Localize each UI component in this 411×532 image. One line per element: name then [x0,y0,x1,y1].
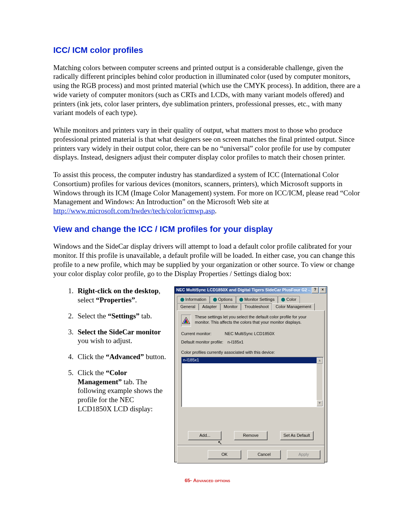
tab-row-top: Information Options Monitor Settings Col… [177,296,325,303]
description-text: These settings let you select the defaul… [195,315,320,325]
text: Click the [78,369,106,377]
tab-label: Information [185,297,206,302]
document-page: ICC/ ICM color profiles Matching colors … [0,0,411,499]
default-profile-row: Default monitor profile: n-l185x1 [181,340,320,345]
remove-button[interactable]: Remove [234,431,268,440]
dialog-title: NEC MultiSync LCD1850X and Digital Tiger… [176,288,311,293]
current-monitor-value: NEC MultiSync LCD1850X [225,331,275,337]
tab-icon [239,298,243,302]
tab-area: Information Options Monitor Settings Col… [175,294,327,310]
tab-label: Troubleshoot [244,304,269,310]
tab-label: Monitor [224,304,238,310]
heading-icc-icm: ICC/ ICM color profiles [53,45,362,56]
help-button[interactable]: ? [312,287,319,293]
prism-icon [181,315,191,327]
section-name: Advanced options [193,478,230,483]
dialog-buttons: OK Cancel Apply [181,450,320,459]
cancel-button[interactable]: Cancel [247,450,281,459]
scroll-up-button[interactable]: ▲ [317,358,323,364]
page-footer: 65- Advanced options [53,478,362,484]
tab-row-bottom: General Adapter Monitor Troubleshoot Col… [177,303,325,310]
tab-label: Options [218,297,233,302]
text: “Properties” [96,296,135,304]
microsoft-link[interactable]: http://www.microsoft.com/hwdev/tech/colo… [53,207,215,215]
text: “Advanced” [106,353,144,361]
steps-and-dialog: Right-click on the desktop, select “Prop… [53,286,362,462]
description-row: These settings let you select the defaul… [181,315,320,327]
tab-adapter[interactable]: Adapter [199,303,220,310]
close-button[interactable]: × [319,287,326,293]
ok-button[interactable]: OK [208,450,241,459]
dialog-column: NEC MultiSync LCD1850X and Digital Tiger… [174,286,362,462]
text: Right-click on the desktop [78,287,159,295]
tab-options[interactable]: Options [210,296,236,303]
tab-icon [281,298,285,302]
paragraph: Windows and the SideCar display drivers … [53,242,362,278]
scroll-down-button[interactable]: ▼ [317,400,323,406]
paragraph: While monitors and printers vary in thei… [53,126,362,162]
apply-button[interactable]: Apply [287,450,320,459]
text: “Settings” [108,312,139,320]
tab-information[interactable]: Information [177,296,210,303]
add-button[interactable]: Add... [188,431,221,440]
text: button. [144,353,166,361]
step-5: Click the “Color Management” tab. The fo… [75,368,167,414]
steps-list: Right-click on the desktop, select “Prop… [53,286,167,413]
tab-label: Adapter [202,304,217,310]
tab-monitor[interactable]: Monitor [220,303,241,310]
text: Select the [78,312,108,320]
text: you wish to adjust. [78,337,132,345]
profile-list-item[interactable]: n-l185x1 [182,357,320,363]
text: Click the [78,353,106,361]
heading-view-change: View and change the ICC / ICM profiles f… [53,224,362,235]
tab-color[interactable]: Color [278,296,299,303]
tab-monitor-settings[interactable]: Monitor Settings [236,296,278,303]
tab-general[interactable]: General [177,303,199,310]
step-1: Right-click on the desktop, select “Prop… [75,286,167,305]
tab-icon [180,298,184,302]
page-number: 65- [185,478,193,483]
steps-column: Right-click on the desktop, select “Prop… [53,286,167,420]
separator [177,445,324,446]
tab-icon [213,298,217,302]
tab-panel: These settings let you select the defaul… [177,310,325,463]
text: tab. [140,312,152,320]
properties-dialog: NEC MultiSync LCD1850X and Digital Tiger… [174,286,327,462]
default-profile-label: Default monitor profile: [181,340,223,345]
dialog-titlebar[interactable]: NEC MultiSync LCD1850X and Digital Tiger… [175,287,327,294]
associated-label: Color profiles currently associated with… [181,350,320,355]
text: To assist this process, the computer ind… [53,171,360,206]
set-default-button[interactable]: Set As Default [280,431,314,440]
current-monitor-label: Current monitor: [181,331,211,337]
step-3: Select the SideCar monitor you wish to a… [75,328,167,346]
paragraph: To assist this process, the computer ind… [53,170,362,216]
text: . [135,296,137,304]
tab-troubleshoot[interactable]: Troubleshoot [241,303,272,310]
current-monitor-row: Current monitor: NEC MultiSync LCD1850X [181,331,320,337]
step-2: Select the “Settings” tab. [75,312,167,321]
tab-label: Color [286,297,296,302]
tab-color-management[interactable]: Color Management [272,303,315,310]
tab-label: Monitor Settings [244,297,274,302]
paragraph: Matching colors between computer screens… [53,63,362,118]
text: Select the SideCar monitor [78,328,161,336]
tab-label: Color Management [276,304,311,310]
default-profile-value: n-l185x1 [228,340,244,345]
profiles-listbox[interactable]: n-l185x1 ▲ ▼ [181,357,323,407]
profile-buttons: Add... Remove Set As Default [181,431,320,440]
text: . [215,207,217,215]
scrollbar[interactable]: ▲ ▼ [317,358,323,406]
step-4: Click the “Advanced” button. [75,352,167,361]
tab-label: General [180,304,195,310]
